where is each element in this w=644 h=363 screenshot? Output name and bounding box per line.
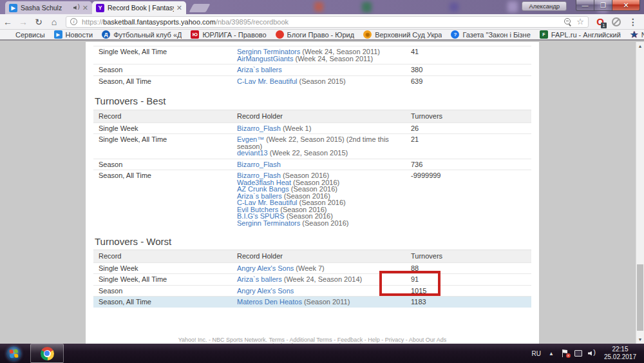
window-controls: — ❐ ✕: [576, 0, 640, 11]
team-link[interactable]: deviant13: [237, 149, 268, 157]
team-link[interactable]: Materos Den Heatos: [237, 298, 302, 306]
team-link[interactable]: Angry Alex's Sons: [237, 264, 294, 272]
chrome-profile-button[interactable]: Александр: [522, 1, 567, 11]
table-row: Season, All TimeBizarro_Flash (Season 20…: [93, 170, 531, 228]
taskbar: RU ▲ x 22:15 25.02.2017: [0, 344, 644, 363]
new-tab-button[interactable]: [189, 4, 211, 12]
close-button[interactable]: ✕: [612, 0, 640, 11]
team-link[interactable]: C-Lav Mr. Beautiful: [237, 77, 298, 85]
nba-star-icon: ★: [630, 30, 638, 39]
back-button[interactable]: ←: [0, 17, 15, 26]
language-indicator[interactable]: RU: [532, 350, 541, 357]
column-header-record: Record: [93, 113, 232, 120]
bookmark-item[interactable]: ▶Новости: [54, 30, 93, 39]
record-cell: Single Week, All Time: [93, 48, 232, 62]
bookmark-label: Сервисы: [15, 31, 45, 39]
section-title: Turnovers - Best: [95, 95, 531, 106]
url-text: https://basketball.fantasysports.yahoo.c…: [82, 18, 564, 26]
record-holder-line: C-Lav Mr. Beautiful (Season 2015): [237, 78, 401, 85]
table-row: Single Week, All TimeAriza`s ballers (We…: [93, 273, 531, 285]
forward-button[interactable]: →: [15, 17, 31, 26]
tab-record-book[interactable]: Y Record Book | Fantasy B ✕: [92, 1, 186, 14]
table-header-row: RecordRecord HolderTurnovers: [93, 250, 531, 262]
table-row: Single Week, All TimeEvgen™ (Week 22, Se…: [93, 133, 531, 159]
bookmark-item[interactable]: ?Газета "Закон і Бізне: [451, 30, 530, 39]
bookmark-item[interactable]: Блоги Право - Юрид: [276, 30, 355, 39]
action-center-flag-icon[interactable]: x: [562, 349, 569, 357]
record-holder-note: (Week 1): [281, 124, 311, 132]
scroll-down-arrow-icon[interactable]: ▼: [636, 335, 644, 344]
extension-o-icon[interactable]: O1: [594, 17, 606, 26]
record-holder-line: AirMangustGiants (Week 24, Season 2011): [237, 55, 401, 63]
taskbar-clock[interactable]: 22:15 25.02.2017: [604, 346, 636, 361]
clock-time: 22:15: [604, 346, 636, 353]
fapl-icon: F: [540, 30, 548, 39]
record-holder-line: Evgen™ (Week 22, Season 2015) (2nd time …: [237, 136, 401, 150]
page-info-icon[interactable]: i: [70, 18, 77, 25]
record-holder-line: Serginn Terminators (Season 2016): [237, 220, 401, 227]
record-cell: Season: [93, 161, 232, 168]
tab-close-icon[interactable]: ✕: [176, 5, 182, 12]
column-header-record-holder: Record Holder: [232, 253, 406, 260]
record-holder-note: (Season 2015): [298, 77, 346, 85]
turnovers-value: 639: [406, 78, 531, 85]
team-link[interactable]: Serginn Terminators: [237, 219, 300, 227]
team-link[interactable]: Angry Alex's Sons: [237, 287, 294, 295]
address-bar[interactable]: i https://basketball.fantasysports.yahoo…: [66, 16, 589, 28]
bookmark-item[interactable]: ДФутбольный клуб «Д: [102, 30, 182, 39]
bookmark-item[interactable]: Сервисы: [4, 30, 45, 39]
record-holder-line: Bizarro_Flash (Week 1): [237, 125, 401, 132]
minimize-button[interactable]: —: [576, 0, 594, 11]
bookmark-label: Блоги Право - Юрид: [287, 31, 355, 39]
screen: ▶ Sasha Schulz ✕ Y Record Book | Fantasy…: [0, 0, 644, 363]
video-favicon-icon: ▶: [9, 4, 17, 12]
team-link[interactable]: Ariza`s ballers: [237, 66, 282, 74]
turnovers-value: -9999999: [406, 172, 531, 226]
bookmark-item[interactable]: ◉Верховний Суд Укра: [363, 30, 442, 39]
vertical-scrollbar[interactable]: ▲ ▼: [636, 42, 644, 344]
network-icon[interactable]: [574, 350, 582, 357]
record-holder-cell: Bizarro_Flash (Season 2016)Wade3flash He…: [232, 172, 406, 226]
taskbar-chrome-button[interactable]: [30, 344, 64, 363]
annotation-red-box: [379, 271, 440, 296]
turnovers-value: 41: [406, 48, 531, 62]
tray-expand-icon[interactable]: ▲: [549, 351, 554, 357]
record-holder-line: deviant13 (Week 22, Season 2015): [237, 150, 401, 157]
tab-title: Record Book | Fantasy B: [108, 4, 174, 12]
record-holder-line: Angry Alex's Sons: [237, 288, 401, 295]
bookmark-star-icon[interactable]: ☆: [576, 17, 584, 26]
zoom-out-icon[interactable]: [564, 18, 571, 25]
desktop-icon-blur: [507, 1, 518, 12]
tab-close-icon[interactable]: ✕: [82, 5, 88, 12]
record-cell: Season: [93, 288, 232, 295]
turnovers-value: 1183: [406, 299, 531, 306]
team-link[interactable]: AirMangustGiants: [237, 55, 293, 63]
scroll-up-arrow-icon[interactable]: ▲: [636, 42, 644, 50]
bookmark-item[interactable]: ЮЮРЛИГА - Правово: [191, 30, 266, 39]
scrollbar-thumb[interactable]: [637, 264, 643, 331]
start-button[interactable]: [6, 346, 21, 361]
bookmark-label: Футбольный клуб «Д: [113, 31, 182, 39]
volume-icon[interactable]: [588, 350, 596, 357]
table-row: SeasonBizarro_Flash736: [93, 159, 531, 170]
home-button[interactable]: ⌂: [46, 17, 62, 26]
table-row: Single Week, All TimeSerginn Terminators…: [93, 46, 531, 64]
turnovers-value: 736: [406, 161, 531, 168]
bookmarks-bar: Сервисы▶НовостиДФутбольный клуб «ДЮЮРЛИГ…: [0, 30, 644, 41]
browser-viewport: Single Week, All TimeSerginn Terminators…: [0, 42, 644, 344]
bookmark-item[interactable]: FFAPL.ru - Английский: [540, 30, 621, 39]
team-link[interactable]: Bizarro_Flash: [237, 124, 281, 132]
team-link[interactable]: Bizarro_Flash: [237, 161, 281, 168]
turnovers-value: 21: [406, 136, 531, 157]
dynamo-icon: Д: [102, 30, 110, 39]
team-link[interactable]: Ariza`s ballers: [237, 275, 282, 283]
record-holder-line: Materos Den Heatos (Season 2011): [237, 299, 401, 306]
reload-button[interactable]: ↻: [31, 17, 46, 26]
tab-sasha-schulz[interactable]: ▶ Sasha Schulz ✕: [5, 1, 92, 14]
maximize-button[interactable]: ❐: [594, 0, 612, 11]
adblock-extension-icon[interactable]: [612, 17, 621, 26]
bookmark-item[interactable]: ★NBA.com: [630, 30, 644, 39]
record-holder-line: Angry Alex's Sons (Week 7): [237, 265, 401, 272]
chrome-menu-icon[interactable]: ⋮: [629, 17, 638, 27]
record-holder-note: (Week 7): [294, 264, 324, 272]
